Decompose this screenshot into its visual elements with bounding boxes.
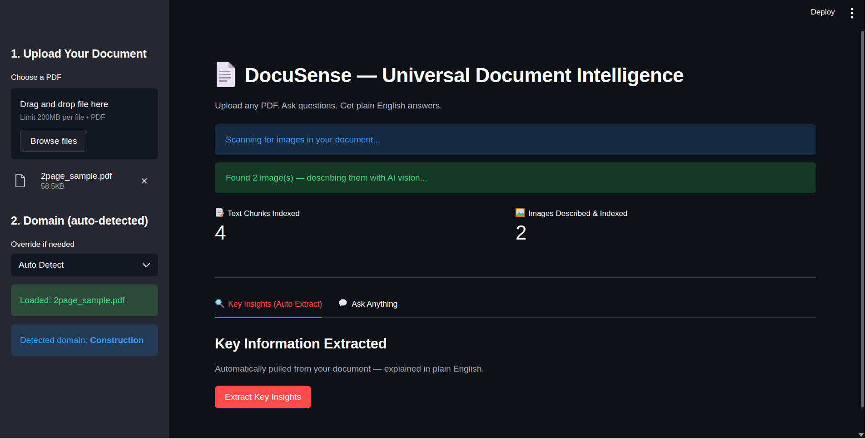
uploader-label: Choose a PDF (11, 73, 158, 82)
speech-balloon-icon (338, 299, 347, 310)
browse-files-button[interactable]: Browse files (20, 130, 87, 152)
loaded-success-alert: Loaded: 2page_sample.pdf (11, 284, 158, 316)
deploy-button[interactable]: Deploy (811, 8, 835, 17)
page-document-icon (215, 62, 236, 89)
scanning-info-alert: Scanning for images in your document... (215, 124, 816, 155)
page-subtitle: Upload any PDF. Ask questions. Get plain… (215, 101, 816, 111)
metric-text-chunks-label: Text Chunks Indexed (228, 209, 300, 218)
loaded-success-text: Loaded: 2page_sample.pdf (20, 295, 124, 305)
dropzone-hint: Limit 200MB per file • PDF (20, 113, 149, 122)
picture-icon (516, 208, 525, 219)
detected-domain-alert: Detected domain: Construction (11, 324, 158, 356)
upload-section-title: 1. Upload Your Document (11, 47, 158, 60)
remove-file-button[interactable]: ✕ (140, 176, 148, 186)
dropzone-title: Drag and drop file here (20, 99, 149, 109)
app-window: 1. Upload Your Document Choose a PDF Dra… (0, 0, 868, 441)
metric-images: Images Described & Indexed 2 (516, 208, 816, 244)
domain-select-value: Auto Detect (19, 260, 64, 270)
chevron-down-icon (142, 260, 150, 270)
section-divider (215, 277, 816, 278)
detected-domain-value: Construction (90, 335, 144, 345)
domain-select[interactable]: Auto Detect (11, 254, 158, 276)
uploaded-file-size: 58.5KB (41, 182, 112, 191)
tab-bar: Key Insights (Auto Extract) Ask Anything (215, 299, 816, 318)
memo-icon (215, 208, 224, 219)
key-info-subtitle: Automatically pulled from your document … (215, 364, 816, 374)
metric-text-chunks: Text Chunks Indexed 4 (215, 208, 516, 244)
vertical-scrollbar[interactable] (861, 31, 864, 407)
window-frame-right (865, 0, 868, 441)
domain-section-title: 2. Domain (auto-detected) (11, 214, 158, 227)
override-label: Override if needed (11, 240, 158, 249)
tab-ask-anything-label: Ask Anything (352, 299, 397, 309)
file-document-icon (15, 173, 25, 189)
images-found-success-alert: Found 2 image(s) — describing them with … (215, 162, 816, 193)
file-dropzone[interactable]: Drag and drop file here Limit 200MB per … (11, 88, 158, 159)
images-found-text: Found 2 image(s) — describing them with … (226, 173, 427, 183)
scrollbar-corner-arrow (858, 433, 864, 437)
detected-domain-prefix: Detected domain: (20, 335, 88, 345)
metrics-row: Text Chunks Indexed 4 Images D (215, 208, 816, 244)
uploaded-file-row: 2page_sample.pdf 58.5KB ✕ (11, 171, 158, 191)
metric-text-chunks-value: 4 (215, 222, 516, 244)
window-frame-bottom (0, 438, 868, 441)
metric-images-label: Images Described & Indexed (528, 209, 627, 218)
tab-key-insights[interactable]: Key Insights (Auto Extract) (215, 299, 322, 318)
sidebar: 1. Upload Your Document Choose a PDF Dra… (0, 0, 169, 441)
kebab-menu-icon[interactable] (850, 6, 854, 22)
extract-key-insights-button[interactable]: Extract Key Insights (215, 386, 311, 408)
key-info-heading: Key Information Extracted (215, 336, 816, 352)
magnifier-icon (215, 299, 224, 310)
title-row: DocuSense — Universal Document Intellige… (215, 62, 816, 89)
tab-key-insights-label: Key Insights (Auto Extract) (228, 299, 322, 309)
content-column: DocuSense — Universal Document Intellige… (215, 0, 816, 408)
uploaded-file-name: 2page_sample.pdf (41, 171, 112, 181)
scanning-info-text: Scanning for images in your document... (226, 135, 380, 145)
tab-ask-anything[interactable]: Ask Anything (338, 299, 397, 318)
metric-images-value: 2 (516, 222, 816, 244)
page-title: DocuSense — Universal Document Intellige… (245, 64, 684, 88)
main-area: Deploy Do (169, 0, 868, 441)
